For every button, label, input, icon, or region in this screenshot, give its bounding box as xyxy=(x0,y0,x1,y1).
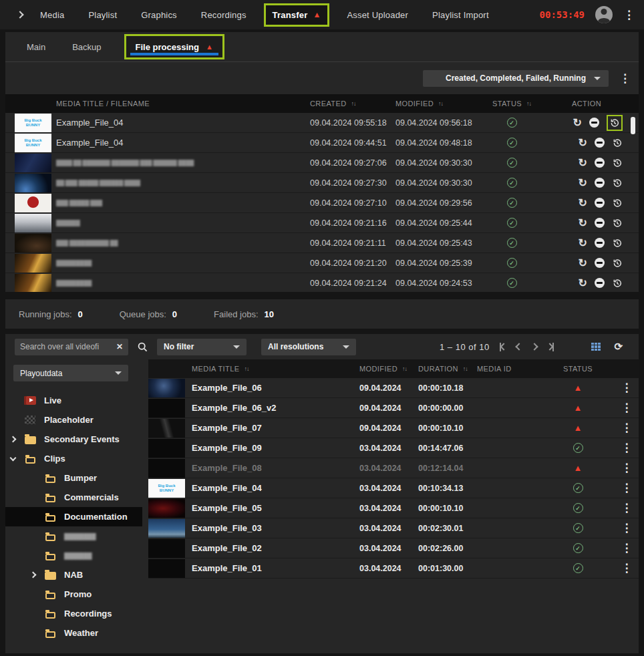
folder-tree-item[interactable]: Documentation xyxy=(5,507,142,526)
folder-tree-item[interactable]: Recordings xyxy=(5,604,142,623)
cancel-job-button[interactable] xyxy=(589,118,599,128)
retry-job-button[interactable]: ↻ xyxy=(579,216,587,229)
search-input[interactable] xyxy=(20,342,112,351)
row-kebab-menu[interactable]: ⋮ xyxy=(615,422,639,434)
cancel-job-button[interactable] xyxy=(595,278,605,288)
row-kebab-menu[interactable]: ⋮ xyxy=(615,542,639,554)
library-media-row[interactable]: Example_File_09 03.04.2024 00:14:47.06 ✓… xyxy=(148,438,639,458)
library-media-row[interactable]: Example_File_05 03.04.2024 00:00:10.10 ✓… xyxy=(148,498,639,518)
retry-job-button[interactable]: ↻ xyxy=(579,136,587,149)
grid-view-icon[interactable] xyxy=(591,343,601,351)
status-filter-dropdown[interactable]: Created, Completed, Failed, Running xyxy=(423,70,609,87)
nav-item-graphics[interactable]: Graphics xyxy=(141,10,177,20)
library-media-row[interactable]: Example_File_07 09.04.2024 00:00:10.10 ▲… xyxy=(148,418,639,438)
folder-tree-item[interactable]: Clips xyxy=(5,449,142,468)
tab-main[interactable]: Main xyxy=(27,42,45,52)
sort-icon[interactable]: ↑↓ xyxy=(244,365,249,372)
previous-page-button[interactable] xyxy=(516,344,522,349)
nav-item-media[interactable]: Media xyxy=(40,10,64,20)
folder-tree-item[interactable]: Commercials xyxy=(5,488,142,507)
transfer-job-row[interactable]: Big Buck BUNNY Example_File_04 09.04.202… xyxy=(5,113,639,133)
job-history-button[interactable] xyxy=(607,115,623,131)
row-kebab-menu[interactable]: ⋮ xyxy=(615,442,639,454)
folder-tree-item[interactable]: Placeholder xyxy=(5,410,142,430)
type-filter-dropdown[interactable]: No filter xyxy=(157,339,247,355)
transfer-job-row[interactable]: ██████ 09.04.2024 09:21:16 09.04.2024 09… xyxy=(5,213,639,233)
last-page-button[interactable] xyxy=(547,343,554,351)
job-history-button[interactable] xyxy=(612,238,623,249)
retry-job-button[interactable]: ↻ xyxy=(579,277,587,289)
transfer-job-row[interactable]: ████ ██ ███████ ███████ ███ ██████ ████ … xyxy=(5,153,639,173)
cancel-job-button[interactable] xyxy=(595,158,605,168)
library-media-row[interactable]: Example_File_01 03.04.2024 00:01:30.00 ✓… xyxy=(148,558,639,579)
transfer-job-row[interactable]: ███ ██████████ ██ 09.04.2024 09:21:11 09… xyxy=(5,233,639,253)
clear-search-icon[interactable]: ✕ xyxy=(116,342,123,351)
row-kebab-menu[interactable]: ⋮ xyxy=(615,402,639,414)
folder-tree-item[interactable]: NAB xyxy=(5,565,142,585)
retry-job-button[interactable]: ↻ xyxy=(579,156,587,169)
cancel-job-button[interactable] xyxy=(595,138,605,148)
header-created[interactable]: CREATED↑↓ xyxy=(310,100,395,108)
transfer-job-row[interactable]: █████████ 09.04.2024 09:21:24 09.04.2024… xyxy=(5,273,639,292)
folder-tree-item[interactable]: Secondary Events xyxy=(5,430,142,449)
header-status[interactable]: STATUS↑↓ xyxy=(481,100,542,108)
job-history-button[interactable] xyxy=(612,158,623,168)
nav-item-playlist[interactable]: Playlist xyxy=(88,10,117,20)
header-media-title[interactable]: MEDIA TITLE↑↓ xyxy=(186,365,346,373)
transfer-job-row[interactable]: Big Buck BUNNY Example_File_04 09.04.202… xyxy=(5,133,639,153)
folder-tree-item[interactable]: ████████ xyxy=(5,526,142,546)
folder-tree-item[interactable]: Weather xyxy=(5,623,142,643)
job-history-button[interactable] xyxy=(612,258,623,269)
folder-tree-item[interactable]: ███████ xyxy=(5,546,142,565)
folder-tree-item[interactable]: Promo xyxy=(5,585,142,604)
row-kebab-menu[interactable]: ⋮ xyxy=(615,482,639,494)
nav-item-recordings[interactable]: Recordings xyxy=(201,10,247,20)
row-kebab-menu[interactable]: ⋮ xyxy=(615,502,639,514)
library-media-row[interactable]: Example_File_06 09.04.2024 00:00:10.18 ▲… xyxy=(148,378,639,398)
sort-icon[interactable]: ↑↓ xyxy=(351,100,356,107)
refresh-icon[interactable]: ⟳ xyxy=(614,341,623,353)
transfer-job-row[interactable]: ██ ███ █████ ██████ ████ 09.04.2024 09:2… xyxy=(5,173,639,193)
row-kebab-menu[interactable]: ⋮ xyxy=(615,562,639,574)
expand-nav-chevron-icon[interactable] xyxy=(16,11,23,18)
header-modified[interactable]: MODIFIED↑↓ xyxy=(354,365,413,373)
expand-chevron-icon[interactable] xyxy=(9,436,16,443)
library-media-row[interactable]: Example_File_06_v2 09.04.2024 00:00:00.0… xyxy=(148,398,639,418)
nav-item-asset-uploader[interactable]: Asset Uploader xyxy=(347,10,408,20)
job-history-button[interactable] xyxy=(612,198,623,208)
library-media-row[interactable]: Example_File_02 03.04.2024 00:02:26.00 ✓… xyxy=(148,538,639,558)
retry-job-button[interactable]: ↻ xyxy=(579,176,587,189)
sort-icon[interactable]: ↑↓ xyxy=(438,100,443,107)
cancel-job-button[interactable] xyxy=(595,218,605,228)
library-media-row[interactable]: Example_File_08 03.04.2024 00:12:14.04 ▲… xyxy=(148,458,639,478)
resolution-filter-dropdown[interactable]: All resolutions xyxy=(261,339,356,355)
row-kebab-menu[interactable]: ⋮ xyxy=(615,382,639,393)
sort-icon[interactable]: ↑↓ xyxy=(463,365,468,372)
retry-job-button[interactable]: ↻ xyxy=(573,116,582,129)
header-modified[interactable]: MODIFIED↑↓ xyxy=(395,100,481,108)
nav-kebab-menu[interactable]: ⋮ xyxy=(623,9,635,21)
folder-tree-item[interactable]: Live xyxy=(5,391,142,410)
next-page-button[interactable] xyxy=(532,344,537,349)
folder-tree-item[interactable]: Bumper xyxy=(5,468,142,488)
row-kebab-menu[interactable]: ⋮ xyxy=(615,522,639,534)
retry-job-button[interactable]: ↻ xyxy=(579,196,587,209)
cancel-job-button[interactable] xyxy=(595,258,605,268)
user-avatar[interactable] xyxy=(595,6,613,23)
nav-item-playlist-import[interactable]: Playlist Import xyxy=(432,10,489,20)
root-folder-dropdown[interactable]: Playoutdata xyxy=(13,365,128,381)
nav-item-transfer[interactable]: Transfer ▲ xyxy=(264,3,330,27)
job-history-button[interactable] xyxy=(612,218,623,228)
expand-chevron-icon[interactable] xyxy=(9,454,16,461)
library-media-row[interactable]: Example_File_03 03.04.2024 00:02:30.01 ✓… xyxy=(148,518,639,538)
expand-chevron-icon[interactable] xyxy=(29,572,36,579)
retry-job-button[interactable]: ↻ xyxy=(579,236,587,249)
cancel-job-button[interactable] xyxy=(595,178,605,188)
first-page-button[interactable] xyxy=(500,343,506,351)
row-kebab-menu[interactable]: ⋮ xyxy=(615,462,639,474)
search-icon[interactable] xyxy=(138,342,148,352)
cancel-job-button[interactable] xyxy=(595,198,605,208)
sort-icon[interactable]: ↑↓ xyxy=(526,100,531,107)
tab-file-processing[interactable]: File processing ▲ xyxy=(124,34,224,59)
library-media-row[interactable]: Big Buck BUNNY Example_File_04 03.04.202… xyxy=(148,478,639,498)
